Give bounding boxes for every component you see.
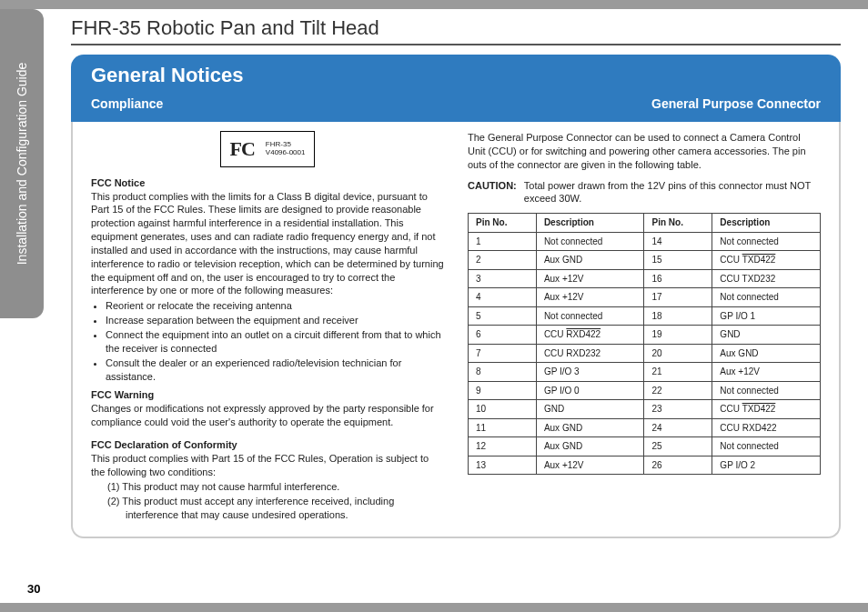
table-row: 6CCU RXD42219GND [469, 326, 821, 345]
table-row: 5Not connected18GP I/O 1 [469, 306, 821, 326]
subhead-right: General Purpose Connector [651, 96, 821, 111]
caution-label: CAUTION: [468, 179, 517, 206]
table-cell: 16 [644, 269, 712, 288]
table-cell: CCU TXD232 [712, 269, 821, 288]
list-item: (2) This product must accept any interfe… [107, 495, 444, 522]
subhead-left: Compliance [91, 96, 163, 111]
page-number: 30 [27, 582, 40, 596]
table-row: 12Aux GND25Not connected [469, 437, 821, 456]
table-cell: Aux GND [712, 344, 821, 363]
connector-column: The General Purpose Connector can be use… [468, 131, 821, 524]
table-cell: 6 [469, 326, 537, 345]
table-cell: Aux GND [536, 437, 644, 456]
fcc-warning-body: Changes or modifications not expressly a… [91, 402, 444, 429]
side-tab: Installation and Configuration Guide [0, 9, 44, 318]
table-cell: CCU RXD422 [712, 418, 821, 437]
table-cell: Not connected [712, 381, 821, 400]
table-cell: GP I/O 1 [712, 306, 821, 326]
table-row: 7CCU RXD23220Aux GND [469, 344, 821, 363]
table-cell: 25 [644, 437, 712, 456]
bottom-strip [0, 603, 868, 612]
table-row: 8GP I/O 321Aux +12V [469, 363, 821, 382]
th-pin-a: Pin No. [469, 214, 537, 233]
table-row: 9GP I/O 022Not connected [469, 381, 821, 400]
table-cell: CCU TXD422 [712, 400, 821, 419]
th-desc-b: Description [712, 214, 821, 233]
table-cell: CCU RXD422 [536, 326, 644, 345]
caution-body: Total power drawn from the 12V pins of t… [524, 179, 821, 206]
table-header-row: Pin No. Description Pin No. Description [469, 214, 821, 233]
fcc-decl-head: FCC Declaration of Conformity [91, 438, 444, 452]
table-cell: Aux GND [536, 251, 644, 270]
content-area: FC FHR-35 V4096-0001 FCC Notice This pro… [71, 118, 841, 538]
table-cell: 5 [469, 306, 537, 326]
table-cell: Aux GND [536, 418, 644, 437]
table-cell: CCU RXD232 [536, 344, 644, 363]
table-cell: GND [536, 400, 644, 419]
table-cell: 22 [644, 381, 712, 400]
table-cell: 19 [644, 326, 712, 345]
table-cell: 15 [644, 251, 712, 270]
fcc-logo-icon: FC [230, 135, 255, 163]
fcc-notice-bullets: Reorient or relocate the receiving anten… [106, 299, 444, 383]
table-cell: Not connected [536, 232, 644, 251]
fcc-notice-body: This product complies with the limits fo… [91, 190, 444, 298]
table-cell: 9 [469, 381, 537, 400]
table-cell: 2 [469, 251, 537, 270]
table-cell: Aux +12V [536, 269, 644, 288]
table-cell: Not connected [536, 306, 644, 326]
table-cell: 12 [469, 437, 537, 456]
table-cell: GND [712, 326, 821, 345]
table-cell: GP I/O 3 [536, 363, 644, 382]
table-cell: 18 [644, 306, 712, 326]
fcc-code: V4096-0001 [266, 149, 306, 157]
table-cell: 23 [644, 400, 712, 419]
table-row: 11Aux GND24CCU RXD422 [469, 418, 821, 437]
table-row: 1Not connected14Not connected [469, 232, 821, 251]
fcc-notice-head: FCC Notice [91, 176, 444, 190]
side-tab-label: Installation and Configuration Guide [15, 63, 29, 266]
table-cell: 4 [469, 288, 537, 307]
table-cell: 10 [469, 400, 537, 419]
table-cell: 17 [644, 288, 712, 307]
doc-title: FHR-35 Robotic Pan and Tilt Head [71, 16, 841, 45]
th-pin-b: Pin No. [644, 214, 712, 233]
table-cell: 24 [644, 418, 712, 437]
table-cell: Aux +12V [536, 288, 644, 307]
table-cell: 26 [644, 456, 712, 475]
table-row: 3Aux +12V16CCU TXD232 [469, 269, 821, 288]
table-row: 13Aux +12V26GP I/O 2 [469, 456, 821, 475]
section-title: General Notices [91, 64, 821, 87]
table-cell: 7 [469, 344, 537, 363]
fcc-box: FC FHR-35 V4096-0001 [220, 131, 316, 167]
table-cell: 1 [469, 232, 537, 251]
table-cell: 11 [469, 418, 537, 437]
compliance-column: FC FHR-35 V4096-0001 FCC Notice This pro… [91, 131, 444, 524]
table-cell: Not connected [712, 437, 821, 456]
top-strip [0, 0, 868, 9]
caution-row: CAUTION: Total power drawn from the 12V … [468, 179, 821, 206]
table-cell: GP I/O 2 [712, 456, 821, 475]
table-cell: CCU TXD422 [712, 251, 821, 270]
list-item: Connect the equipment into an outlet on … [106, 328, 444, 356]
page-body: FHR-35 Robotic Pan and Tilt Head General… [44, 9, 868, 603]
table-cell: 20 [644, 344, 712, 363]
pin-table: Pin No. Description Pin No. Description … [468, 213, 821, 475]
table-cell: GP I/O 0 [536, 381, 644, 400]
table-cell: Aux +12V [536, 456, 644, 475]
table-cell: Aux +12V [712, 363, 821, 382]
table-cell: 21 [644, 363, 712, 382]
fcc-warning-head: FCC Warning [91, 388, 444, 402]
table-row: 10GND23CCU TXD422 [469, 400, 821, 419]
list-item: Consult the dealer or an experienced rad… [106, 356, 444, 384]
list-item: Reorient or relocate the receiving anten… [106, 299, 444, 313]
th-desc-a: Description [536, 214, 644, 233]
table-cell: Not connected [712, 232, 821, 251]
table-cell: 14 [644, 232, 712, 251]
section-header: General Notices Compliance General Purpo… [71, 55, 841, 122]
list-item: Increase separation between the equipmen… [106, 314, 444, 327]
list-item: (1) This product may not cause harmful i… [107, 480, 444, 494]
table-row: 2Aux GND15CCU TXD422 [469, 251, 821, 270]
fcc-decl-list: (1) This product may not cause harmful i… [107, 480, 444, 522]
fcc-badge: FC FHR-35 V4096-0001 [91, 131, 444, 167]
